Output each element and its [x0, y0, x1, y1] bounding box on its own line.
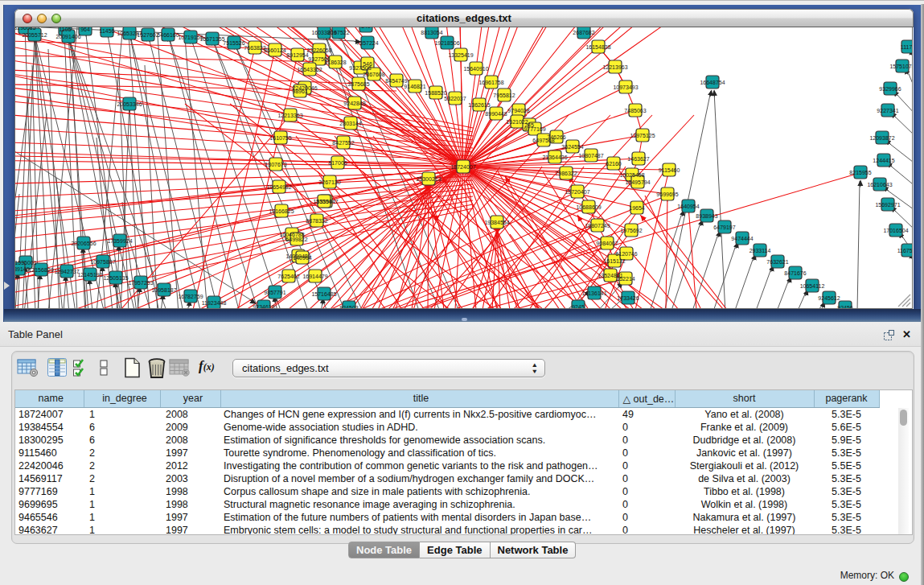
svg-text:6466160: 6466160 — [157, 32, 179, 38]
svg-text:15716485: 15716485 — [311, 291, 336, 297]
svg-text:140994: 140994 — [293, 255, 311, 261]
svg-text:824503: 824503 — [339, 305, 358, 308]
svg-text:2139149: 2139149 — [15, 266, 30, 272]
svg-text:62160: 62160 — [606, 161, 622, 167]
svg-text:11923448: 11923448 — [202, 300, 227, 306]
svg-text:11170: 11170 — [901, 44, 912, 50]
svg-text:12505135: 12505135 — [103, 275, 128, 281]
svg-text:2687682: 2687682 — [573, 30, 594, 35]
svg-text:8912954: 8912954 — [286, 52, 308, 58]
svg-text:10688609: 10688609 — [576, 204, 601, 210]
svg-text:9234618: 9234618 — [253, 304, 274, 308]
svg-text:7986322: 7986322 — [555, 171, 577, 176]
svg-text:1610755: 1610755 — [269, 135, 291, 141]
svg-text:8990448: 8990448 — [485, 111, 507, 117]
svg-text:9242848: 9242848 — [343, 101, 365, 106]
svg-text:8454749: 8454749 — [385, 78, 407, 84]
svg-text:12145193: 12145193 — [77, 272, 102, 278]
svg-text:3624554: 3624554 — [561, 144, 583, 150]
svg-text:19384554: 19384554 — [484, 220, 509, 225]
svg-text:13325419: 13325419 — [448, 52, 473, 58]
svg-text:9794028: 9794028 — [507, 108, 529, 113]
svg-text:1167534: 1167534 — [897, 248, 912, 253]
svg-text:98961: 98961 — [292, 89, 308, 94]
svg-text:2367608: 2367608 — [363, 72, 384, 77]
svg-text:16154838: 16154838 — [585, 44, 610, 50]
svg-text:546: 546 — [363, 61, 372, 67]
svg-text:2167522: 2167522 — [327, 30, 349, 35]
svg-text:12213963: 12213963 — [602, 64, 627, 70]
svg-text:7485063: 7485063 — [624, 108, 646, 113]
svg-text:21364436: 21364436 — [542, 154, 567, 160]
svg-text:53594: 53594 — [316, 199, 332, 204]
svg-text:9857791: 9857791 — [264, 290, 285, 295]
svg-text:9245: 9245 — [572, 304, 585, 308]
svg-text:23226058: 23226058 — [306, 47, 331, 53]
svg-text:1527602: 1527602 — [137, 32, 158, 38]
svg-text:18724007: 18724007 — [450, 164, 475, 170]
svg-text:7632621: 7632621 — [766, 259, 788, 265]
svg-text:20206556: 20206556 — [71, 241, 96, 246]
svg-text:20091406: 20091406 — [55, 34, 80, 39]
svg-text:252214: 252214 — [616, 276, 634, 282]
svg-text:1362615: 1362615 — [468, 102, 490, 108]
svg-text:15640910: 15640910 — [463, 66, 488, 72]
svg-text:15692971: 15692971 — [875, 202, 900, 208]
svg-text:16210643: 16210643 — [867, 182, 892, 187]
svg-text:964: 964 — [80, 27, 90, 32]
svg-text:10975887: 10975887 — [90, 259, 115, 265]
svg-text:6479197: 6479197 — [713, 225, 735, 230]
svg-text:1640954: 1640954 — [677, 204, 699, 209]
svg-text:13975125: 13975125 — [630, 133, 655, 138]
svg-text:16782759: 16782759 — [178, 294, 203, 299]
svg-text:12093872: 12093872 — [869, 135, 894, 141]
svg-text:16648754: 16648754 — [700, 80, 725, 85]
svg-text:17957253: 17957253 — [128, 280, 153, 286]
svg-text:9245612: 9245612 — [818, 295, 840, 301]
svg-text:11456: 11456 — [100, 28, 115, 34]
svg-text:2933114: 2933114 — [749, 248, 771, 253]
svg-text:2803144: 2803144 — [339, 121, 361, 126]
svg-text:10807487: 10807487 — [578, 153, 603, 159]
svg-text:8938943: 8938943 — [696, 213, 717, 219]
svg-text:5322037: 5322037 — [444, 96, 466, 101]
svg-text:7663822: 7663822 — [244, 45, 265, 51]
svg-text:16543362: 16543362 — [297, 67, 322, 72]
svg-text:17016504: 17016504 — [883, 228, 908, 233]
svg-text:10025458: 10025458 — [619, 172, 644, 178]
svg-text:9146821: 9146821 — [404, 84, 425, 89]
svg-text:24055712: 24055712 — [22, 32, 47, 38]
svg-text:3267130: 3267130 — [318, 179, 340, 185]
svg-text:6120746: 6120746 — [615, 251, 637, 257]
svg-text:9699695: 9699695 — [656, 192, 678, 197]
svg-text:7515526: 7515526 — [223, 40, 244, 46]
svg-text:7955812: 7955812 — [493, 93, 515, 98]
svg-text:25300213: 25300213 — [416, 176, 441, 182]
svg-text:19654: 19654 — [629, 205, 645, 211]
svg-text:1733426: 1733426 — [617, 295, 639, 301]
svg-text:1244415: 1244415 — [873, 158, 894, 163]
svg-text:9777169: 9777169 — [524, 126, 545, 132]
svg-text:1307673: 1307673 — [265, 162, 286, 167]
svg-text:8813054: 8813054 — [421, 30, 442, 35]
svg-text:16961758: 16961758 — [478, 80, 503, 85]
svg-text:17359924: 17359924 — [107, 238, 132, 244]
svg-text:14136141: 14136141 — [581, 290, 606, 296]
svg-text:7625402: 7625402 — [277, 274, 299, 279]
svg-text:1463627: 1463627 — [627, 156, 649, 162]
svg-text:16914479: 16914479 — [302, 274, 327, 279]
svg-text:8660124: 8660124 — [264, 47, 285, 53]
svg-text:9115460: 9115460 — [659, 167, 680, 173]
svg-text:10958187: 10958187 — [151, 287, 176, 293]
svg-text:16671355: 16671355 — [199, 36, 224, 42]
svg-text:1975692: 1975692 — [620, 228, 642, 233]
svg-text:9329966: 9329966 — [879, 86, 901, 92]
svg-text:8878332: 8878332 — [306, 218, 327, 224]
svg-text:19654982: 19654982 — [266, 184, 291, 190]
svg-text:1615132: 1615132 — [603, 258, 625, 264]
svg-text:8427552: 8427552 — [332, 140, 354, 146]
svg-text:15720407: 15720407 — [565, 189, 589, 195]
svg-text:840: 840 — [361, 27, 371, 29]
svg-text:5499822: 5499822 — [285, 237, 307, 242]
svg-text:92456: 92456 — [837, 305, 853, 308]
